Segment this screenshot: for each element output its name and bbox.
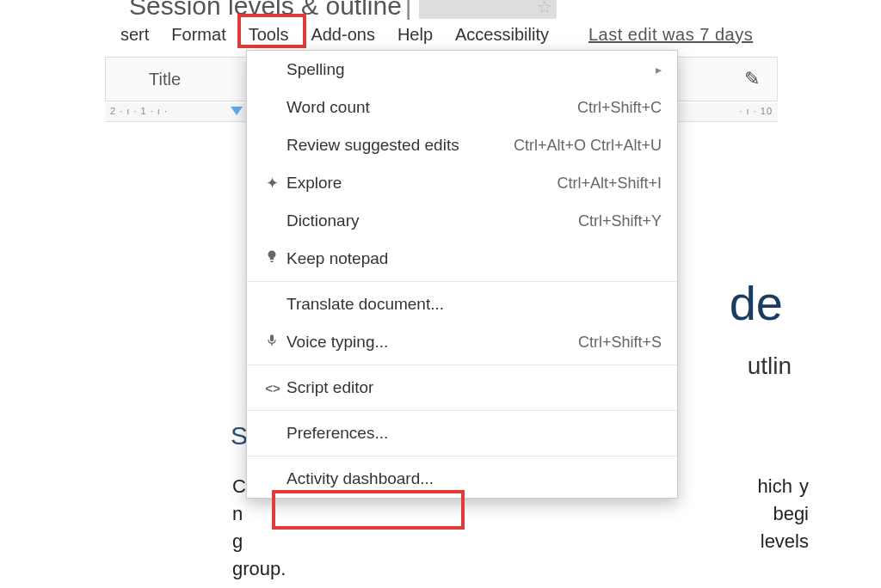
menuitem-shortcut: Ctrl+Alt+Shift+I: [557, 175, 662, 193]
microphone-icon: [259, 333, 285, 352]
menuitem-label: Spelling: [286, 60, 345, 79]
menuitem-label: Activity dashboard...: [286, 469, 434, 488]
menubar: sert Format Tools Add-ons Help Accessibi…: [120, 19, 881, 50]
menuitem-shortcut: Ctrl+Shift+Y: [578, 212, 662, 230]
submenu-arrow-icon: ▸: [656, 63, 662, 77]
menu-separator: [247, 364, 677, 365]
menuitem-keep-notepad[interactable]: Keep notepad: [247, 240, 677, 278]
paragraph-style-select[interactable]: Title: [149, 70, 181, 89]
menu-insert[interactable]: sert: [120, 25, 149, 45]
heading-fragment: de: [730, 275, 783, 331]
menuitem-shortcut: Ctrl+Alt+O Ctrl+Alt+U: [514, 137, 662, 155]
menuitem-label: Preferences...: [286, 424, 388, 443]
edit-mode-icon[interactable]: ✎: [744, 68, 760, 90]
tools-menu-dropdown: Spelling ▸ Word count Ctrl+Shift+C Revie…: [246, 50, 678, 499]
menu-separator: [247, 281, 677, 282]
menu-format[interactable]: Format: [171, 25, 225, 45]
subheading-fragment: utlin: [748, 352, 792, 380]
menuitem-translate-document[interactable]: Translate document...: [247, 285, 677, 323]
menuitem-shortcut: Ctrl+Shift+C: [577, 99, 662, 117]
explore-icon: ✦: [259, 174, 285, 193]
menuitem-label: Dictionary: [286, 211, 359, 230]
menu-addons[interactable]: Add-ons: [311, 25, 375, 45]
menuitem-label: Voice typing...: [286, 333, 388, 352]
ruler-indent-marker-icon[interactable]: [231, 107, 243, 115]
menuitem-label: Keep notepad: [286, 249, 388, 268]
menuitem-explore[interactable]: ✦ Explore Ctrl+Alt+Shift+I: [247, 164, 677, 202]
menuitem-word-count[interactable]: Word count Ctrl+Shift+C: [247, 89, 677, 126]
last-edit-link[interactable]: Last edit was 7 days: [588, 25, 753, 45]
doc-title: Session levels & outline|: [129, 0, 557, 21]
menu-tools[interactable]: Tools: [249, 25, 289, 45]
section-letter: S: [231, 421, 248, 450]
keep-icon: [259, 249, 285, 269]
menuitem-label: Script editor: [286, 378, 373, 397]
star-icon[interactable]: ☆: [537, 0, 552, 17]
menuitem-label: Translate document...: [286, 295, 444, 314]
menuitem-activity-dashboard[interactable]: Activity dashboard...: [247, 460, 677, 498]
menuitem-script-editor[interactable]: < > Script editor: [247, 369, 677, 407]
code-icon: < >: [259, 381, 285, 395]
menuitem-preferences[interactable]: Preferences...: [247, 414, 677, 452]
menu-separator: [247, 456, 677, 456]
menuitem-spelling[interactable]: Spelling ▸: [247, 51, 677, 89]
menuitem-dictionary[interactable]: Dictionary Ctrl+Shift+Y: [247, 202, 677, 240]
menuitem-shortcut: Ctrl+Shift+S: [578, 334, 662, 352]
ruler-ticks-right: · ı · 10: [739, 106, 773, 116]
menuitem-voice-typing[interactable]: Voice typing... Ctrl+Shift+S: [247, 323, 677, 361]
menu-separator: [247, 410, 677, 411]
menuitem-label: Review suggested edits: [286, 136, 459, 155]
menuitem-label: Word count: [286, 98, 370, 117]
menuitem-review-suggested-edits[interactable]: Review suggested edits Ctrl+Alt+O Ctrl+A…: [247, 126, 677, 164]
menu-help[interactable]: Help: [397, 25, 433, 45]
menuitem-label: Explore: [286, 174, 342, 193]
menu-accessibility[interactable]: Accessibility: [455, 25, 549, 45]
